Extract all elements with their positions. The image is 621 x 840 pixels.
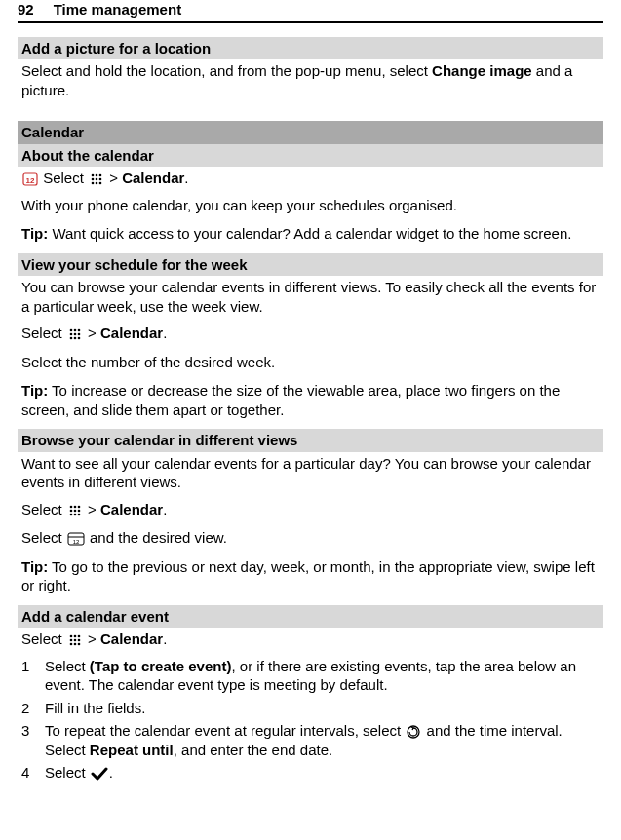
para-view-schedule-1: You can browse your calendar events in d… bbox=[21, 278, 600, 316]
svg-point-16 bbox=[78, 333, 81, 336]
svg-point-12 bbox=[74, 329, 77, 332]
para-select-calendar-1: 12 Select > Calendar. bbox=[21, 169, 600, 188]
menu-grid-icon bbox=[67, 632, 83, 648]
svg-point-13 bbox=[78, 329, 81, 332]
svg-text:12: 12 bbox=[73, 539, 80, 545]
para-calendar-intro: With your phone calendar, you can keep y… bbox=[21, 196, 600, 215]
svg-point-22 bbox=[78, 505, 81, 508]
para-browse-views-select-view: Select 12 and the desired view. bbox=[21, 528, 600, 548]
heading-browse-views: Browse your calendar in different views bbox=[18, 429, 603, 452]
svg-point-11 bbox=[70, 329, 73, 332]
svg-point-19 bbox=[78, 337, 81, 340]
svg-point-40 bbox=[78, 643, 81, 646]
para-view-schedule-tip: Tip: To increase or decrease the size of… bbox=[21, 381, 600, 419]
svg-point-38 bbox=[70, 643, 73, 646]
para-add-picture: Select and hold the location, and from t… bbox=[21, 61, 600, 99]
svg-point-25 bbox=[78, 509, 81, 512]
para-browse-views-tip: Tip: To go to the previous or next day, … bbox=[21, 557, 600, 595]
svg-point-24 bbox=[74, 509, 77, 512]
list-item: 4 Select . bbox=[21, 763, 600, 783]
page-header: 92 Time management bbox=[18, 0, 603, 23]
para-browse-views-1: Want to see all your calendar events for… bbox=[21, 454, 600, 492]
svg-point-7 bbox=[99, 178, 102, 181]
svg-point-37 bbox=[78, 639, 81, 642]
heading-calendar: Calendar bbox=[18, 121, 603, 144]
svg-point-27 bbox=[74, 513, 77, 515]
svg-point-33 bbox=[74, 635, 77, 638]
svg-point-23 bbox=[70, 509, 73, 512]
para-view-schedule-select: Select > Calendar. bbox=[21, 324, 600, 343]
heading-view-schedule: View your schedule for the week bbox=[18, 253, 603, 277]
heading-about-calendar: About the calendar bbox=[18, 144, 603, 168]
svg-point-21 bbox=[74, 505, 77, 508]
svg-point-2 bbox=[92, 174, 95, 177]
svg-point-5 bbox=[92, 178, 95, 181]
menu-grid-icon bbox=[67, 326, 83, 342]
svg-point-3 bbox=[96, 174, 98, 177]
add-event-steps: 1 Select (Tap to create event), or if th… bbox=[21, 657, 600, 783]
list-item: 2 Fill in the fields. bbox=[21, 699, 600, 718]
list-item: 1 Select (Tap to create event), or if th… bbox=[21, 657, 600, 695]
page-number: 92 bbox=[18, 0, 34, 19]
svg-point-26 bbox=[70, 513, 73, 515]
svg-point-18 bbox=[74, 337, 77, 340]
calendar-12-icon: 12 bbox=[22, 172, 38, 187]
svg-point-10 bbox=[99, 182, 102, 185]
svg-point-17 bbox=[70, 337, 73, 340]
heading-add-picture: Add a picture for a location bbox=[18, 37, 603, 60]
repeat-icon bbox=[406, 724, 421, 740]
svg-point-6 bbox=[96, 178, 98, 181]
svg-text:12: 12 bbox=[26, 176, 35, 185]
checkmark-icon bbox=[91, 767, 108, 781]
svg-point-20 bbox=[70, 505, 73, 508]
calendar-view-icon: 12 bbox=[67, 531, 85, 547]
svg-point-34 bbox=[78, 635, 81, 638]
menu-grid-icon bbox=[89, 172, 104, 187]
para-calendar-tip: Tip: Want quick access to your calendar?… bbox=[21, 224, 600, 244]
chapter-title: Time management bbox=[54, 0, 181, 19]
svg-point-4 bbox=[99, 174, 102, 177]
svg-point-9 bbox=[96, 182, 98, 185]
svg-point-32 bbox=[70, 635, 73, 638]
list-item: 3 To repeat the calendar event at regula… bbox=[21, 721, 600, 759]
para-browse-views-select: Select > Calendar. bbox=[21, 500, 600, 519]
svg-point-36 bbox=[74, 639, 77, 642]
para-view-schedule-weeknum: Select the number of the desired week. bbox=[21, 353, 600, 372]
svg-point-14 bbox=[70, 333, 73, 336]
svg-point-15 bbox=[74, 333, 77, 336]
heading-add-event: Add a calendar event bbox=[18, 605, 603, 629]
para-add-event-select: Select > Calendar. bbox=[21, 630, 600, 649]
menu-grid-icon bbox=[67, 503, 83, 518]
svg-point-35 bbox=[70, 639, 73, 642]
svg-point-39 bbox=[74, 643, 77, 646]
svg-point-8 bbox=[92, 182, 95, 185]
svg-point-28 bbox=[78, 513, 81, 515]
